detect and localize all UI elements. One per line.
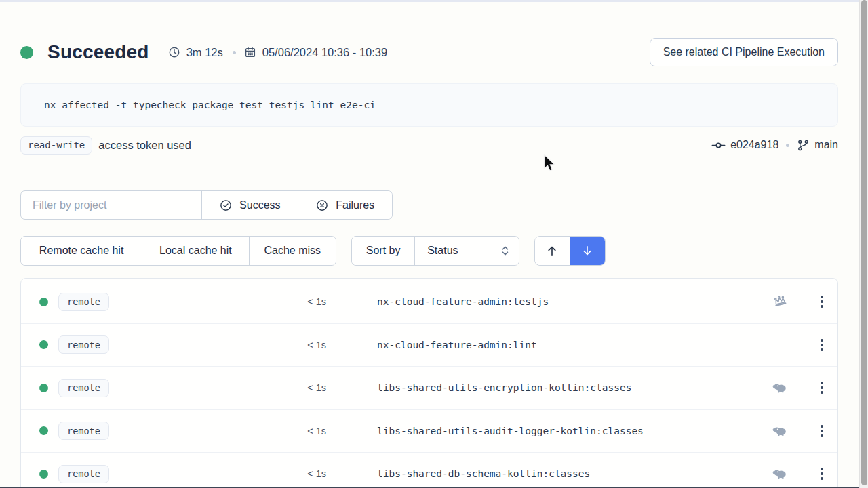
separator-dot — [233, 51, 236, 54]
sort-by-label: Sort by — [352, 237, 415, 265]
separator-dot — [786, 144, 789, 147]
task-duration: < 1s — [285, 340, 326, 350]
task-status-dot — [39, 384, 48, 392]
task-name[interactable]: nx-cloud-feature-admin:lint — [377, 340, 537, 350]
row-menu-button[interactable] — [813, 420, 831, 443]
cache-source-badge: remote — [58, 336, 109, 354]
gradle-icon-slot — [770, 466, 789, 482]
gradle-icon-slot — [770, 423, 789, 439]
page-title: Succeeded — [47, 41, 149, 63]
sort-field-select[interactable]: Status — [415, 237, 519, 265]
see-related-ci-pipeline-button[interactable]: See related CI Pipeline Execution — [650, 38, 838, 66]
run-date-range: 05/06/2024 10:36 - 10:39 — [262, 46, 387, 59]
arrow-down-icon — [580, 244, 594, 258]
x-circle-icon — [315, 199, 329, 212]
top-border — [0, 0, 868, 2]
row-menu-button[interactable] — [813, 290, 831, 313]
run-meta: e024a918 main — [711, 138, 838, 152]
task-name[interactable]: libs-shared-utils-audit-logger-kotlin:cl… — [377, 426, 644, 436]
sort-control: Sort by Status — [351, 236, 519, 266]
sort-descending-button[interactable] — [570, 237, 606, 265]
row-menu-button[interactable] — [813, 376, 831, 399]
local-cache-hit-button[interactable]: Local cache hit — [142, 237, 249, 265]
filter-bar: Success Failures — [20, 190, 393, 220]
gradle-logo-icon — [772, 423, 788, 439]
cache-source-badge: remote — [58, 422, 109, 440]
arrow-up-icon — [545, 244, 559, 258]
clock-icon — [168, 46, 180, 58]
gradle-logo-icon — [772, 380, 788, 396]
task-name[interactable]: libs-shared-utils-encryption-kotlin:clas… — [377, 382, 631, 393]
filter-success-button[interactable]: Success — [202, 191, 298, 219]
filter-by-project-input[interactable] — [21, 191, 202, 219]
cache-miss-button[interactable]: Cache miss — [250, 237, 336, 265]
task-row: remote < 1s nx-cloud-feature-admin:lint — [21, 324, 837, 367]
run-header: Succeeded 3m 12s 05/06/2024 10:36 - 10:3… — [20, 37, 838, 68]
task-row: remote < 1s libs-shared-db-schema-kotlin… — [21, 453, 837, 488]
run-detail-page: Succeeded 3m 12s 05/06/2024 10:36 - 10:3… — [0, 0, 868, 488]
jest-icon-slot — [770, 294, 789, 310]
access-token-badge: read-write — [20, 136, 92, 155]
commit-icon — [711, 138, 726, 152]
task-duration: < 1s — [285, 296, 326, 307]
access-token-text: access token used — [98, 139, 191, 152]
task-status-dot — [39, 298, 48, 306]
scrollbar[interactable] — [859, 0, 868, 488]
remote-cache-hit-button[interactable]: Remote cache hit — [21, 237, 142, 265]
scrollbar-thumb[interactable] — [861, 0, 867, 485]
filter-success-label: Success — [239, 199, 280, 211]
calendar-icon — [244, 46, 256, 58]
task-status-dot — [39, 470, 48, 479]
row-menu-button[interactable] — [813, 462, 831, 485]
cache-source-badge: remote — [58, 465, 109, 483]
row-menu-button[interactable] — [813, 333, 831, 357]
mouse-cursor — [542, 154, 560, 173]
task-name[interactable]: libs-shared-db-schema-kotlin:classes — [377, 468, 590, 479]
cache-source-badge: remote — [58, 293, 109, 311]
sort-direction-control — [534, 236, 606, 266]
run-duration: 3m 12s — [186, 46, 223, 59]
commit-hash[interactable]: e024a918 — [730, 139, 778, 151]
check-circle-icon — [219, 199, 233, 212]
filter-failures-button[interactable]: Failures — [298, 191, 392, 219]
task-name[interactable]: nx-cloud-feature-admin:testjs — [377, 296, 549, 307]
task-status-dot — [39, 340, 48, 349]
gradle-logo-icon — [772, 466, 788, 482]
run-command: nx affected -t typecheck package test te… — [44, 100, 376, 110]
run-status-dot — [20, 46, 33, 59]
gradle-icon-slot — [770, 380, 789, 396]
task-duration: < 1s — [285, 426, 326, 436]
command-box: nx affected -t typecheck package test te… — [20, 83, 838, 127]
task-duration: < 1s — [285, 468, 326, 479]
token-row: read-write access token used e024a918 ma… — [20, 135, 838, 155]
sort-field-value: Status — [427, 245, 458, 257]
task-list: remote < 1s nx-cloud-feature-admin:testj… — [20, 278, 838, 488]
task-status-dot — [39, 426, 48, 435]
task-row: remote < 1s nx-cloud-feature-admin:testj… — [21, 281, 837, 324]
jest-logo-icon — [772, 294, 788, 310]
chevron-up-down-icon — [500, 245, 511, 257]
filter-failures-label: Failures — [336, 199, 374, 211]
cache-source-badge: remote — [58, 379, 109, 397]
task-row: remote < 1s libs-shared-utils-audit-logg… — [21, 410, 837, 453]
branch-name[interactable]: main — [814, 139, 838, 151]
git-branch-icon — [797, 139, 810, 152]
task-duration: < 1s — [285, 382, 326, 393]
task-row: remote < 1s libs-shared-utils-encryption… — [21, 367, 837, 410]
cache-filter-bar: Remote cache hit Local cache hit Cache m… — [20, 236, 336, 266]
sort-ascending-button[interactable] — [535, 237, 570, 265]
